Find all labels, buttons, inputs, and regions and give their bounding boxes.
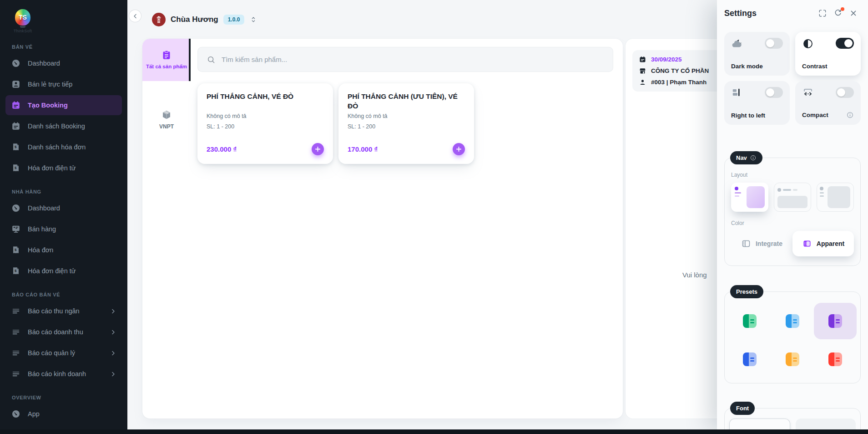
toggle-label: Right to left [731,112,765,119]
sidebar-item-danh-sach-booking[interactable]: Danh sách Booking [5,116,122,136]
contrast-toggle[interactable] [836,38,854,49]
color-option-apparent[interactable]: Apparent [792,231,854,256]
nav-dot [735,187,738,190]
preset-red[interactable] [814,341,857,378]
venue-select-chevrons-icon[interactable] [249,15,257,24]
sidebar-item-label: Bán lẻ trực tiếp [28,81,72,88]
package-icon [161,109,172,120]
category-tabs: Tất cả sản phẩm VNPT [142,39,191,419]
reset-settings-button[interactable] [831,6,845,20]
tab-label: VNPT [159,123,174,130]
right-to-left-toggle[interactable] [765,87,783,98]
layout-option-mini[interactable] [817,183,854,212]
sidebar-item-app[interactable]: App [5,404,122,424]
sidebar-item-dashboard[interactable]: Dashboard [5,53,122,73]
nav-section-badge: Nav [730,151,762,164]
logo-initials: TS [19,14,27,21]
preset-sky-blue[interactable] [771,303,814,339]
preset-swatch-icon [786,314,799,328]
preset-swatch-icon [786,352,799,366]
sidebar-item-label: Dashboard [28,204,60,212]
add-product-button[interactable] [312,143,324,155]
sidebar-item-tao-booking[interactable]: Tạo Booking [5,95,122,115]
settings-header: Settings [724,0,861,26]
preset-orange[interactable] [771,341,814,378]
plus-icon [314,145,322,153]
product-name: PHÍ THẮNG CẢNH (ƯU TIÊN), VÉ ĐÒ [348,92,465,112]
person-icon [11,79,21,89]
gauge-icon [11,203,21,213]
section-label: OVERVIEW [0,395,127,403]
compact-toggle[interactable] [836,87,854,98]
color-option-integrate[interactable]: Integrate [731,231,792,256]
sidebar-item-bao-cao-quan-ly[interactable]: Báo cáo quản lý [5,343,122,363]
sidebar: TS ThinkSoft BÁN VÉ Dashboard Bán lẻ trự… [0,0,127,434]
right-to-left-card[interactable]: Right to left [724,81,790,125]
sidebar-item-danh-sach-hoa-don[interactable]: Danh sách hóa đơn [5,137,122,157]
report-lines-icon [11,348,21,358]
preset-swatch-icon [828,314,842,328]
product-name: PHÍ THẮNG CẢNH, VÉ ĐÒ [207,92,324,112]
sidebar-item-label: App [28,410,40,418]
cloud-moon-icon [731,38,743,50]
nav-layout-options [731,183,854,212]
storefront-icon [639,67,646,75]
contrast-card[interactable]: Contrast [795,32,861,76]
font-section-badge: Font [730,402,755,415]
calendar-icon [11,100,21,110]
preset-green[interactable] [728,303,771,339]
sidebar-item-label: Báo cáo quản lý [28,349,75,357]
tab-all-products[interactable]: Tất cả sản phẩm [142,39,191,81]
sidebar-item-label: Hóa đơn điện tử [28,164,76,172]
sidebar-item-bao-cao-thu-ngan[interactable]: Báo cáo thu ngân [5,301,122,321]
sidebar-item-dashboard-nha-hang[interactable]: Dashboard [5,198,122,218]
layout-label: Layout [731,172,854,178]
preset-swatch-icon [828,352,842,366]
add-product-button[interactable] [453,143,465,155]
settings-toggle-grid: Dark mode Contrast Right to left Compact [724,32,861,125]
chevron-right-icon [110,350,116,357]
dark-mode-toggle[interactable] [765,38,783,49]
sidebar-item-label: Dashboard [28,60,60,67]
cashier-name: #003 | Phạm Thanh [651,79,707,86]
sidebar-item-hoa-don-dien-tu-nh[interactable]: Hóa đơn điện tử [5,261,122,281]
thinksoft-bulb-icon: TS [15,9,30,26]
layout-option-horizontal[interactable] [774,183,811,212]
fullscreen-button[interactable] [815,6,830,20]
info-icon [750,154,757,161]
product-grid: PHÍ THẮNG CẢNH, VÉ ĐÒ Không có mô tả SL:… [197,83,474,164]
sidebar-item-bao-cao-kinh-doanh[interactable]: Báo cáo kinh doanh [5,364,122,384]
product-quantity: SL: 1 - 200 [207,123,324,130]
clipboard-icon [161,50,172,61]
gauge-icon [11,58,21,68]
settings-drawer: Settings Dark mode Contrast Right to lef… [717,0,868,434]
search-input[interactable] [222,56,604,63]
pos-monitor-icon [11,224,21,234]
report-lines-icon [11,306,21,316]
sidebar-panel-icon [802,239,812,249]
nav-color-options: Integrate Apparent [731,231,854,256]
sidebar-item-hoa-don-dien-tu[interactable]: Hóa đơn điện tử [5,158,122,178]
sidebar-item-bao-cao-doanh-thu[interactable]: Báo cáo doanh thu [5,322,122,342]
compact-card[interactable]: Compact [795,81,861,125]
product-card[interactable]: PHÍ THẮNG CẢNH, VÉ ĐÒ Không có mô tả SL:… [197,83,333,164]
sidebar-item-ban-le-truc-tiep[interactable]: Bán lẻ trực tiếp [5,74,122,94]
align-right-icon [731,87,743,99]
sidebar-item-hoa-don[interactable]: Hóa đơn [5,240,122,260]
tab-vnpt[interactable]: VNPT [142,109,191,130]
receipt-icon [11,266,21,276]
dark-mode-card[interactable]: Dark mode [724,32,790,76]
company-name: CÔNG TY CỔ PHẦN [651,67,709,74]
close-settings-button[interactable] [846,6,861,20]
bulb-base [20,26,25,28]
layout-option-vertical[interactable] [731,183,768,212]
plus-icon [455,145,463,153]
preset-royal-blue[interactable] [728,341,771,378]
product-card[interactable]: PHÍ THẮNG CẢNH (ƯU TIÊN), VÉ ĐÒ Không có… [338,83,474,164]
report-lines-icon [11,327,21,337]
sidebar-item-ban-hang[interactable]: Bán hàng [5,219,122,239]
products-panel: Tất cả sản phẩm VNPT PHÍ THẮNG CẢNH, VÉ … [142,39,623,419]
sidebar-collapse-button[interactable] [129,10,141,22]
preset-purple[interactable] [814,303,857,339]
sidebar-item-label: Tạo Booking [28,102,68,109]
